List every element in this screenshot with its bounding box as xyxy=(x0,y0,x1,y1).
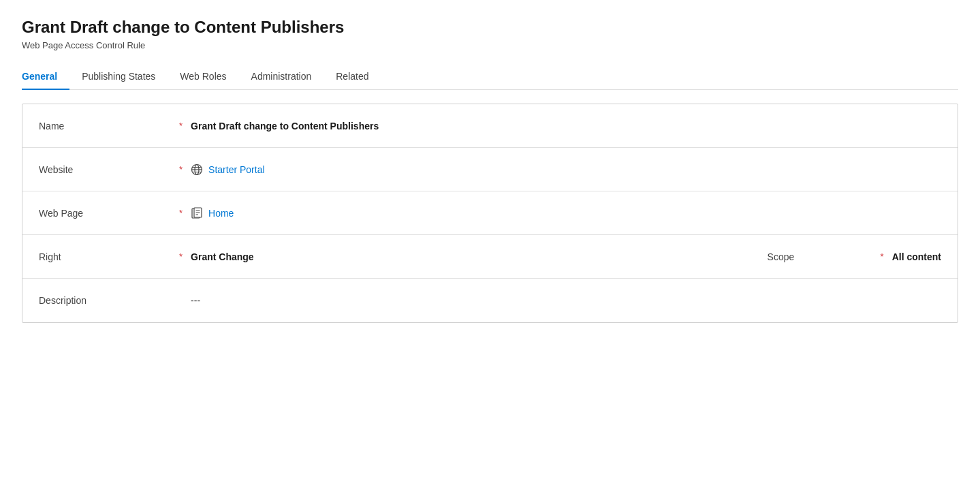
tab-general[interactable]: General xyxy=(22,64,69,90)
website-value[interactable]: Starter Portal xyxy=(208,164,941,175)
name-row: Name * Grant Draft change to Content Pub… xyxy=(22,104,958,148)
description-row: Description * --- xyxy=(22,279,958,322)
page-subtitle: Web Page Access Control Rule xyxy=(22,40,958,50)
page-icon xyxy=(191,207,203,219)
tab-web-roles[interactable]: Web Roles xyxy=(168,64,238,90)
page-title: Grant Draft change to Content Publishers xyxy=(22,16,958,37)
globe-icon xyxy=(191,164,203,176)
tab-nav: General Publishing States Web Roles Admi… xyxy=(22,64,958,90)
webpage-required: * xyxy=(179,208,183,218)
scope-value: All content xyxy=(892,251,941,262)
tab-related[interactable]: Related xyxy=(323,64,381,90)
tab-publishing-states[interactable]: Publishing States xyxy=(69,64,168,90)
tab-administration[interactable]: Administration xyxy=(239,64,324,90)
webpage-label: Web Page xyxy=(39,208,175,219)
right-value: Grant Change xyxy=(191,251,768,262)
webpage-value[interactable]: Home xyxy=(208,208,941,219)
name-value: Grant Draft change to Content Publishers xyxy=(191,121,941,131)
right-label: Right xyxy=(39,251,175,262)
name-label: Name xyxy=(39,121,175,131)
website-label: Website xyxy=(39,164,175,175)
right-required: * xyxy=(179,251,183,262)
description-value: --- xyxy=(191,295,941,306)
description-label: Description xyxy=(39,295,175,306)
webpage-row: Web Page * Home xyxy=(22,191,958,235)
scope-required: * xyxy=(881,251,884,262)
scope-label: Scope xyxy=(768,251,876,262)
description-spacer: * xyxy=(179,296,183,306)
right-row: Right * Grant Change Scope * All content xyxy=(22,235,958,279)
website-required: * xyxy=(179,164,183,174)
form-container: Name * Grant Draft change to Content Pub… xyxy=(22,104,958,323)
website-row: Website * Starter Portal xyxy=(22,148,958,191)
name-required: * xyxy=(179,121,183,131)
